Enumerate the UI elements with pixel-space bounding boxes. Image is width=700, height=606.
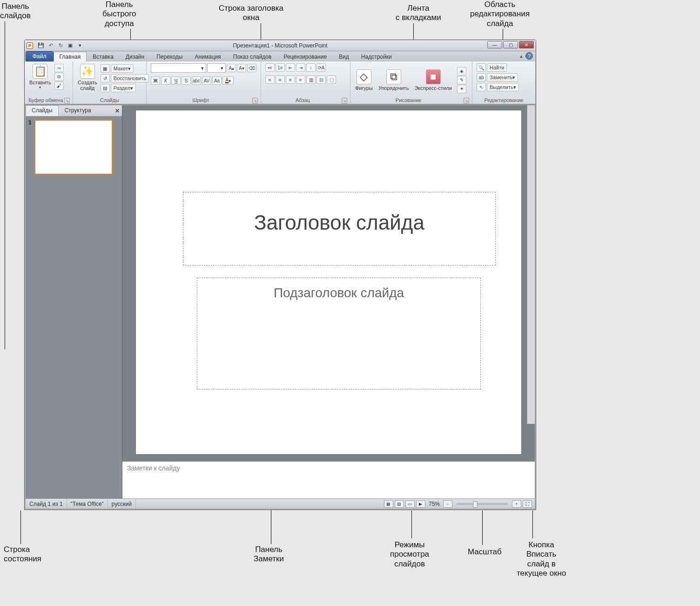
slide-thumbnail[interactable] xyxy=(34,119,113,175)
title-placeholder[interactable]: Заголовок слайда xyxy=(183,192,496,266)
clear-format-icon[interactable]: ⌫ xyxy=(247,64,256,72)
ribbon-tabstrip: Файл Главная Вставка Дизайн Переходы Ани… xyxy=(25,51,536,61)
reset-icon[interactable]: ↺ xyxy=(101,74,110,82)
slide-editing-area[interactable]: Заголовок слайда Подзаголовок слайда xyxy=(122,105,535,461)
spacing-button[interactable]: AV xyxy=(202,76,211,85)
shape-outline-icon[interactable]: ✎ xyxy=(457,76,466,84)
dialog-launcher-icon[interactable]: ↘ xyxy=(464,98,469,103)
align-center-icon[interactable]: ≡ xyxy=(276,75,285,84)
app-icon: P xyxy=(27,42,33,49)
minimize-ribbon-icon[interactable]: ▴ xyxy=(520,53,523,59)
cut-icon[interactable]: ✂ xyxy=(54,64,64,72)
help-icon[interactable]: ? xyxy=(525,52,533,60)
status-theme[interactable]: "Тема Office" xyxy=(67,499,108,509)
layout-button[interactable]: Макет ▾ xyxy=(111,64,134,73)
dialog-launcher-icon[interactable]: ↘ xyxy=(64,98,70,103)
tab-slideshow[interactable]: Показ слайдов xyxy=(227,52,278,61)
tab-outline[interactable]: Структура xyxy=(59,105,97,116)
reading-view-icon[interactable]: ▭ xyxy=(405,500,415,508)
text-direction-icon[interactable]: ⟳A xyxy=(316,63,326,72)
bold-button[interactable]: Ж xyxy=(151,76,160,85)
reset-button[interactable]: Восстановить xyxy=(111,74,149,82)
decrease-indent-icon[interactable]: ⇤ xyxy=(286,63,295,72)
shape-effects-icon[interactable]: ✦ xyxy=(457,85,466,93)
title-bar[interactable]: P 💾 ↶ ↻ ▣ ▾ Презентация1 - Microsoft Pow… xyxy=(25,40,536,51)
align-text-icon[interactable]: ⊟ xyxy=(316,75,326,84)
new-slide-button[interactable]: ✨ Создать слайд xyxy=(76,63,99,92)
convert-smartart-icon[interactable]: ⬚ xyxy=(327,75,336,84)
maximize-button[interactable]: ▢ xyxy=(503,41,518,48)
justify-icon[interactable]: ≡ xyxy=(296,75,305,84)
strike-button[interactable]: S xyxy=(182,76,191,85)
section-button[interactable]: Раздел ▾ xyxy=(111,84,136,92)
status-language[interactable]: русский xyxy=(108,499,136,509)
dialog-launcher-icon[interactable]: ↘ xyxy=(252,98,258,103)
layout-icon[interactable]: ▦ xyxy=(101,64,110,73)
dialog-launcher-icon[interactable]: ↘ xyxy=(342,98,347,103)
tab-slides-thumbnails[interactable]: Слайды xyxy=(26,105,59,116)
zoom-in-icon[interactable]: + xyxy=(512,500,521,508)
thumbnail-row[interactable]: 1 xyxy=(26,116,122,178)
status-slide-count[interactable]: Слайд 1 из 1 xyxy=(26,499,67,509)
shapes-icon: ◇ xyxy=(357,69,371,84)
save-icon[interactable]: 💾 xyxy=(37,42,45,49)
shadow-button[interactable]: abc xyxy=(192,76,201,85)
quickstyles-button[interactable]: ■Экспресс-стили xyxy=(412,68,453,92)
change-case-button[interactable]: Aa xyxy=(212,76,222,85)
font-color-button[interactable]: A▾ xyxy=(222,76,234,85)
grow-font-icon[interactable]: A▴ xyxy=(227,64,236,72)
tab-review[interactable]: Рецензирование xyxy=(277,52,333,61)
underline-button[interactable]: Ч xyxy=(171,76,181,85)
font-name-combo[interactable]: ▾ xyxy=(151,63,206,73)
close-button[interactable]: ✕ xyxy=(519,41,534,48)
numbering-icon[interactable]: 1≡ xyxy=(276,63,285,72)
tab-addins[interactable]: Надстройки xyxy=(355,52,398,61)
increase-indent-icon[interactable]: ⇥ xyxy=(296,63,305,72)
vertical-scrollbar[interactable] xyxy=(527,105,535,424)
shape-fill-icon[interactable]: ◈ xyxy=(457,67,466,75)
undo-icon[interactable]: ↶ xyxy=(47,42,55,49)
zoom-percent[interactable]: 75% xyxy=(429,501,440,507)
find-button[interactable]: Найти xyxy=(487,63,507,72)
arrange-button[interactable]: ⧉Упорядочить xyxy=(377,68,411,92)
align-right-icon[interactable]: ≡ xyxy=(286,75,295,84)
qat-customize-icon[interactable]: ▾ xyxy=(76,42,84,49)
paste-button[interactable]: 📋 Вставить ▾ xyxy=(27,63,53,90)
notes-pane[interactable]: Заметки к слайду xyxy=(122,461,535,498)
slideshow-icon[interactable]: ▣ xyxy=(66,42,74,49)
tab-design[interactable]: Дизайн xyxy=(120,52,150,61)
zoom-out-icon[interactable]: − xyxy=(443,500,452,508)
align-left-icon[interactable]: ≡ xyxy=(265,75,275,84)
tab-insert[interactable]: Вставка xyxy=(87,52,120,61)
copy-icon[interactable]: ⧉ xyxy=(54,73,64,81)
fit-to-window-icon[interactable]: ⛶ xyxy=(523,500,532,508)
columns-icon[interactable]: ▥ xyxy=(306,75,316,84)
replace-button[interactable]: Заменить ▾ xyxy=(487,73,518,82)
tab-transitions[interactable]: Переходы xyxy=(150,52,188,61)
redo-icon[interactable]: ↻ xyxy=(56,42,65,49)
shrink-font-icon[interactable]: A▾ xyxy=(237,64,246,72)
section-icon[interactable]: ▤ xyxy=(101,84,110,92)
line-spacing-icon[interactable]: ↕ xyxy=(306,63,316,72)
tab-home[interactable]: Главная xyxy=(54,52,87,61)
subtitle-placeholder[interactable]: Подзаголовок слайда xyxy=(197,278,481,389)
group-label: Рисование xyxy=(353,97,464,104)
tab-file[interactable]: Файл xyxy=(26,51,54,61)
sorter-view-icon[interactable]: ▤ xyxy=(395,500,404,508)
minimize-button[interactable]: — xyxy=(487,41,502,48)
bullets-icon[interactable]: •≡ xyxy=(265,63,275,72)
status-right: ▦ ▤ ▭ ▶ 75% − + ⛶ xyxy=(384,500,535,508)
shapes-button[interactable]: ◇Фигуры xyxy=(353,68,375,92)
zoom-slider[interactable] xyxy=(457,503,508,505)
tab-view[interactable]: Вид xyxy=(333,52,355,61)
app-window: P 💾 ↶ ↻ ▣ ▾ Презентация1 - Microsoft Pow… xyxy=(24,40,536,510)
italic-button[interactable]: К xyxy=(161,76,170,85)
select-button[interactable]: Выделить ▾ xyxy=(487,83,519,91)
tab-animation[interactable]: Анимация xyxy=(188,52,227,61)
font-size-combo[interactable]: ▾ xyxy=(207,63,226,73)
group-label: Абзац xyxy=(264,97,342,104)
close-panel-icon[interactable]: ✕ xyxy=(113,105,122,116)
normal-view-icon[interactable]: ▦ xyxy=(384,500,393,508)
format-painter-icon[interactable]: 🖌 xyxy=(54,82,64,90)
slideshow-view-icon[interactable]: ▶ xyxy=(416,500,425,508)
